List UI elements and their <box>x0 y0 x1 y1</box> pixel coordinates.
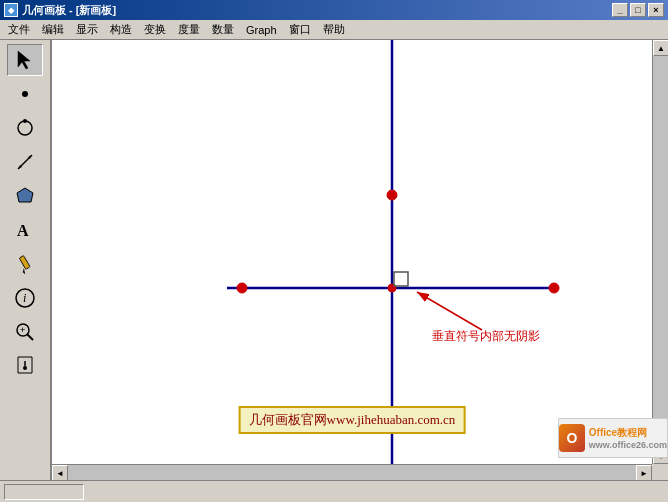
annotation-text: 垂直符号内部无阴影 <box>432 328 540 345</box>
office-text-block: Office教程网 www.office26.com <box>589 426 667 450</box>
menu-measure[interactable]: 度量 <box>172 20 206 39</box>
circle-icon <box>14 117 36 139</box>
tool-arrow[interactable] <box>7 44 43 76</box>
tool-zoom[interactable]: + <box>7 316 43 348</box>
titlebar: ◆ 几何画板 - [新画板] _ □ × <box>0 0 668 20</box>
svg-text:A: A <box>17 222 29 239</box>
pencil-icon <box>14 253 36 275</box>
svg-point-3 <box>23 119 27 123</box>
scrollbar-vertical[interactable]: ▲ ▼ <box>652 40 668 464</box>
svg-point-1 <box>22 91 28 97</box>
menu-edit[interactable]: 编辑 <box>36 20 70 39</box>
scroll-left-button[interactable]: ◄ <box>52 465 68 480</box>
menu-help[interactable]: 帮助 <box>317 20 351 39</box>
statusbar <box>0 480 668 502</box>
scroll-track-vertical[interactable] <box>653 56 668 448</box>
office-logo: O Office教程网 www.office26.com <box>558 418 668 458</box>
menubar: 文件 编辑 显示 构造 变换 度量 数量 Graph 窗口 帮助 <box>0 20 668 40</box>
svg-point-2 <box>18 121 32 135</box>
tool-line[interactable] <box>7 146 43 178</box>
menu-transform[interactable]: 变换 <box>138 20 172 39</box>
svg-point-23 <box>549 283 559 293</box>
tool-more[interactable] <box>7 350 43 382</box>
maximize-button[interactable]: □ <box>630 3 646 17</box>
svg-point-22 <box>237 283 247 293</box>
minimize-button[interactable]: _ <box>612 3 628 17</box>
main-layout: A i + <box>0 40 668 480</box>
geometry-canvas <box>52 40 652 464</box>
svg-point-17 <box>23 366 27 370</box>
office-text-top: Office教程网 <box>589 426 667 440</box>
app-icon: ◆ <box>4 3 18 17</box>
tool-info[interactable]: i <box>7 282 43 314</box>
svg-line-14 <box>27 334 33 340</box>
menu-window[interactable]: 窗口 <box>283 20 317 39</box>
zoom-icon: + <box>14 321 36 343</box>
close-button[interactable]: × <box>648 3 664 17</box>
point-icon <box>14 83 36 105</box>
watermark-text: 几何画板官网www.jihehuaban.com.cn <box>239 406 466 434</box>
svg-rect-9 <box>19 256 30 270</box>
titlebar-buttons[interactable]: _ □ × <box>612 3 664 17</box>
menu-construct[interactable]: 构造 <box>104 20 138 39</box>
scroll-corner <box>652 464 668 480</box>
svg-rect-25 <box>394 272 408 286</box>
tool-polygon[interactable] <box>7 180 43 212</box>
menu-number[interactable]: 数量 <box>206 20 240 39</box>
svg-marker-7 <box>17 188 33 202</box>
scrollbar-horizontal[interactable]: ◄ ► <box>52 464 652 480</box>
svg-point-21 <box>387 190 397 200</box>
info-icon: i <box>14 287 36 309</box>
toolbar: A i + <box>0 40 52 480</box>
menu-graph[interactable]: Graph <box>240 22 283 38</box>
office-icon: O <box>559 424 585 452</box>
svg-point-24 <box>388 284 396 292</box>
menu-display[interactable]: 显示 <box>70 20 104 39</box>
statusbar-panel <box>4 484 84 500</box>
line-icon <box>14 151 36 173</box>
menu-file[interactable]: 文件 <box>2 20 36 39</box>
svg-marker-0 <box>18 51 30 69</box>
svg-text:i: i <box>23 291 26 305</box>
titlebar-left: ◆ 几何画板 - [新画板] <box>4 3 116 18</box>
window-title: 几何画板 - [新画板] <box>22 3 116 18</box>
more-icon <box>14 355 36 377</box>
tool-pencil[interactable] <box>7 248 43 280</box>
office-text-bottom: www.office26.com <box>589 440 667 450</box>
drawing-surface: 垂直符号内部无阴影 几何画板官网www.jihehuaban.com.cn <box>52 40 652 464</box>
canvas-area[interactable]: 垂直符号内部无阴影 几何画板官网www.jihehuaban.com.cn ▲ … <box>52 40 668 480</box>
svg-line-26 <box>417 292 482 330</box>
tool-text[interactable]: A <box>7 214 43 246</box>
scroll-up-button[interactable]: ▲ <box>653 40 668 56</box>
polygon-icon <box>14 185 36 207</box>
tool-circle[interactable] <box>7 112 43 144</box>
arrow-icon <box>14 49 36 71</box>
scroll-right-button[interactable]: ► <box>636 465 652 480</box>
scroll-track-horizontal[interactable] <box>68 465 636 480</box>
tool-point[interactable] <box>7 78 43 110</box>
text-icon: A <box>14 219 36 241</box>
svg-text:+: + <box>20 325 25 335</box>
